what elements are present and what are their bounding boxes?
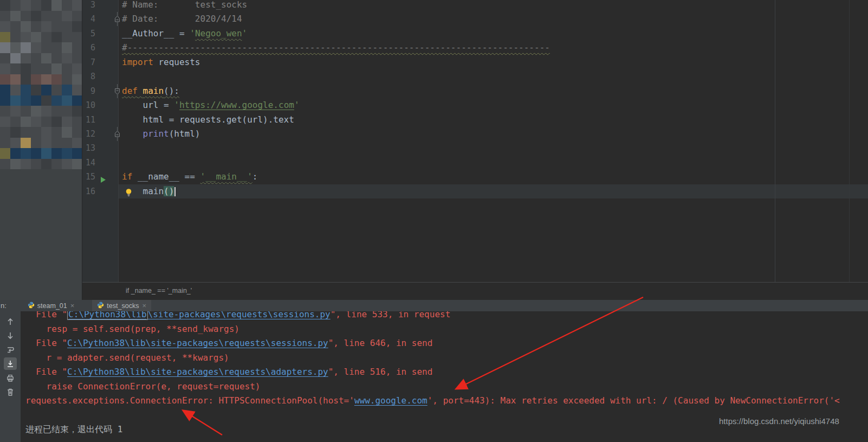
mosaic-cell xyxy=(0,21,10,32)
mosaic-cell xyxy=(72,63,82,74)
console-line: File "C:\Python38\lib\site-packages\requ… xyxy=(25,311,868,322)
print-button[interactable] xyxy=(4,371,17,384)
mosaic-cell xyxy=(62,11,72,22)
console-tab-test_socks[interactable]: test_socks× xyxy=(92,300,151,311)
console-text: r = adapter.send(request, **kwargs) xyxy=(25,353,229,363)
line-number[interactable]: 11 xyxy=(82,113,95,127)
line-number[interactable]: 9 xyxy=(82,84,95,98)
mosaic-cell xyxy=(21,11,31,22)
clear-all-button[interactable] xyxy=(4,386,17,398)
code-line: 15if __name__ == '__main__': xyxy=(82,170,868,184)
mosaic-cell xyxy=(41,117,51,127)
mosaic-cell xyxy=(0,117,10,127)
project-tree-panel[interactable] xyxy=(0,0,82,300)
code-token: : xyxy=(252,171,258,182)
stack-trace-file-link[interactable]: www.google.com xyxy=(354,395,427,406)
mosaic-cell xyxy=(72,21,82,32)
mosaic-cell xyxy=(62,159,72,170)
mosaic-cell xyxy=(31,32,41,43)
scroll-to-end-button[interactable] xyxy=(4,357,17,370)
mosaic-cell xyxy=(62,53,72,64)
mosaic-cell xyxy=(51,95,62,106)
text-caret xyxy=(174,187,176,196)
code-token: import xyxy=(122,57,153,67)
line-number[interactable]: 14 xyxy=(82,156,95,170)
mosaic-cell xyxy=(0,0,10,11)
mosaic-cell xyxy=(72,117,82,127)
line-number[interactable]: 10 xyxy=(82,98,95,112)
mosaic-cell xyxy=(0,32,10,43)
mosaic-cell xyxy=(21,63,31,74)
tab-label: test_socks xyxy=(107,302,139,310)
mosaic-cell xyxy=(10,117,21,127)
mosaic-cell xyxy=(41,11,51,22)
gutter-icon-slot xyxy=(95,127,122,141)
mosaic-cell xyxy=(21,53,31,64)
mosaic-cell xyxy=(51,138,62,149)
code-token: # Name: test_socks xyxy=(122,0,247,10)
mosaic-cell xyxy=(21,117,31,127)
line-number[interactable]: 16 xyxy=(82,184,95,198)
mosaic-cell xyxy=(72,95,82,106)
console-text: ', port=443): Max retries exceeded with … xyxy=(427,395,840,406)
code-token: if xyxy=(122,171,132,182)
line-number[interactable]: 4 xyxy=(82,12,95,26)
stack-trace-file-link[interactable]: C:\Python38\lib xyxy=(67,311,148,320)
console-text: File " xyxy=(25,367,67,377)
line-number[interactable]: 12 xyxy=(82,127,95,141)
tab-close-icon[interactable]: × xyxy=(70,302,75,310)
line-number[interactable]: 5 xyxy=(82,27,95,41)
code-text: if __name__ == '__main__': xyxy=(122,170,257,184)
mosaic-cell xyxy=(10,42,21,53)
gutter-icon-slot xyxy=(95,113,122,127)
stack-trace-file-link[interactable]: \site-packages\requests\sessions.py xyxy=(148,311,331,319)
mosaic-cell xyxy=(10,106,21,117)
mosaic-cell xyxy=(62,148,72,159)
console-text: requests.exceptions.ConnectionError: HTT… xyxy=(25,395,354,406)
up-the-stack-trace-button[interactable] xyxy=(4,315,17,328)
use-soft-wraps-button[interactable] xyxy=(4,343,17,356)
mosaic-cell xyxy=(31,106,41,117)
mosaic-cell xyxy=(62,106,72,117)
mosaic-cell xyxy=(31,63,41,74)
mosaic-cell xyxy=(10,32,21,43)
line-number[interactable]: 13 xyxy=(82,141,95,155)
mosaic-cell xyxy=(0,138,10,149)
code-editor[interactable]: 3# Name: test_socks4# Date: 2020/4/145__… xyxy=(82,0,868,300)
console-text: File " xyxy=(25,311,67,319)
code-text: import requests xyxy=(122,55,200,69)
mosaic-cell xyxy=(41,95,51,106)
stack-trace-file-link[interactable]: C:\Python38\lib\site-packages\requests\a… xyxy=(67,367,328,377)
console-text: 进程已结束，退出代码 1 xyxy=(25,424,122,434)
line-number[interactable]: 3 xyxy=(82,0,95,12)
mosaic-cell xyxy=(31,159,41,170)
mosaic-cell xyxy=(21,95,31,106)
mosaic-cell xyxy=(41,127,51,138)
mosaic-cell xyxy=(51,42,62,53)
code-token: def xyxy=(122,86,138,96)
line-number[interactable]: 7 xyxy=(82,55,95,69)
code-text: # Name: test_socks xyxy=(122,0,247,12)
stack-trace-file-link[interactable]: C:\Python38\lib\site-packages\requests\s… xyxy=(67,338,328,348)
line-number[interactable]: 6 xyxy=(82,41,95,55)
code-token: requests xyxy=(153,57,200,67)
mosaic-cell xyxy=(41,74,51,85)
code-token: #---------------------------------------… xyxy=(122,42,550,53)
mosaic-cell xyxy=(31,148,41,159)
mosaic-cell xyxy=(51,32,62,43)
censored-project-tree xyxy=(0,0,82,169)
line-number[interactable]: 8 xyxy=(82,69,95,84)
console-tab-steam_01[interactable]: steam_01× xyxy=(23,300,80,311)
mosaic-cell xyxy=(21,138,31,149)
code-line: 16 main() xyxy=(82,184,868,198)
mosaic-cell xyxy=(21,32,31,43)
tab-close-icon[interactable]: × xyxy=(142,302,146,310)
line-number[interactable]: 15 xyxy=(82,170,95,184)
code-text: main() xyxy=(122,184,176,198)
mosaic-cell xyxy=(72,32,82,43)
down-the-stack-trace-button[interactable] xyxy=(4,329,17,342)
intention-bulb-icon[interactable] xyxy=(125,187,132,201)
mosaic-cell xyxy=(10,21,21,32)
breadcrumb[interactable]: if _name_ == '_main_' xyxy=(126,287,192,294)
mosaic-cell xyxy=(51,21,62,32)
